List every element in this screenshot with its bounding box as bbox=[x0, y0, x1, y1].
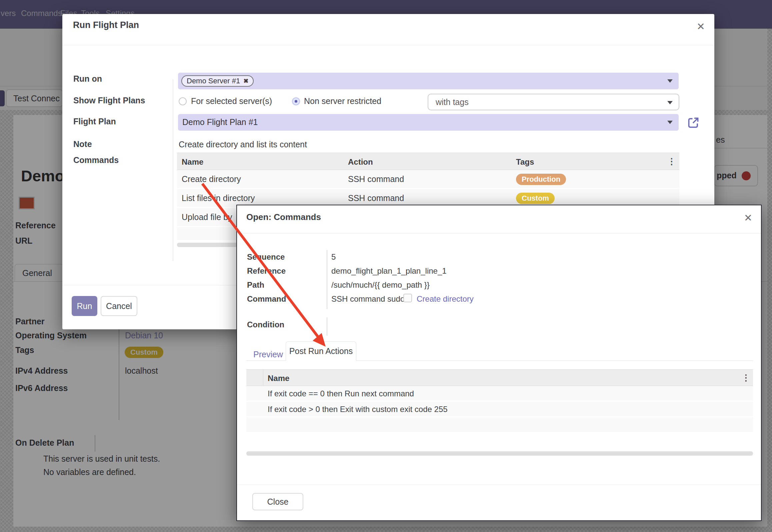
close-button[interactable]: Close bbox=[252, 493, 303, 510]
plan-table-header: Name Action Tags ⋮ bbox=[177, 153, 679, 170]
close-icon[interactable]: ✕ bbox=[744, 212, 752, 224]
condition-label: Condition bbox=[247, 320, 284, 329]
sequence-value: 5 bbox=[331, 252, 336, 262]
kebab-menu-icon[interactable]: ⋮ bbox=[742, 373, 750, 383]
cell-name: Upload file by bbox=[182, 212, 232, 222]
command-link[interactable]: Create directory bbox=[417, 294, 474, 304]
cell-action: SSH command bbox=[348, 174, 404, 184]
tab-post-run-actions[interactable]: Post Run Actions bbox=[286, 341, 356, 361]
run-on-input[interactable]: Demo Server #1 ✖ bbox=[178, 73, 679, 89]
reference-label: Reference bbox=[247, 266, 286, 276]
table-row-empty bbox=[246, 417, 753, 433]
reference-value: demo_flight_plan_1_plan_line_1 bbox=[331, 266, 447, 276]
cancel-button[interactable]: Cancel bbox=[101, 296, 137, 316]
kebab-menu-icon[interactable]: ⋮ bbox=[667, 156, 676, 167]
server-tag-pill[interactable]: Demo Server #1 ✖ bbox=[181, 75, 254, 87]
table-row[interactable]: If exit code == 0 then Run next command bbox=[246, 386, 753, 402]
field-divider bbox=[327, 250, 327, 309]
col-name: Name bbox=[182, 157, 203, 167]
close-icon[interactable]: ✕ bbox=[697, 21, 705, 32]
command-label: Command bbox=[247, 294, 286, 304]
modal-title: Run Flight Plan bbox=[73, 20, 139, 30]
cell-name: Create directory bbox=[182, 174, 241, 184]
label-column-divider bbox=[173, 79, 173, 261]
run-button[interactable]: Run bbox=[72, 296, 97, 316]
modal-header-divider bbox=[237, 233, 761, 233]
show-flight-plans-label: Show Flight Plans bbox=[73, 96, 145, 105]
external-link-icon[interactable] bbox=[687, 116, 700, 129]
command-checkbox[interactable] bbox=[403, 294, 412, 302]
run-on-label: Run on bbox=[73, 74, 102, 84]
actions-table-header: Name ⋮ bbox=[246, 369, 753, 386]
with-tags-value: with tags bbox=[436, 97, 469, 107]
cell-name: If exit code == 0 then Run next command bbox=[268, 389, 414, 398]
open-commands-modal: Open: Commands ✕ Sequence 5 Reference de… bbox=[236, 205, 762, 521]
flight-plan-value: Demo Flight Plan #1 bbox=[182, 117, 258, 127]
modal-title: Open: Commands bbox=[246, 212, 321, 222]
tag-badge: Production bbox=[516, 174, 566, 185]
sequence-label: Sequence bbox=[247, 252, 285, 262]
with-tags-select[interactable]: with tags bbox=[428, 94, 679, 110]
chevron-down-icon bbox=[667, 121, 673, 124]
command-value: SSH command sudo bbox=[331, 294, 405, 304]
col-action: Action bbox=[348, 157, 373, 167]
condition-divider bbox=[327, 317, 327, 336]
radio-non-restricted[interactable] bbox=[292, 97, 300, 105]
radio-non-restricted-label[interactable]: Non server restricted bbox=[304, 96, 381, 106]
col-tags: Tags bbox=[516, 157, 534, 167]
modal-footer-divider bbox=[237, 485, 761, 485]
cell-action: SSH command bbox=[348, 193, 404, 203]
cell-name: If exit code > 0 then Exit with custom e… bbox=[268, 405, 448, 414]
tag-badge: Custom bbox=[516, 193, 555, 204]
remove-tag-icon[interactable]: ✖ bbox=[243, 77, 248, 85]
path-value: /such/much/{{ demo_path }} bbox=[331, 280, 430, 290]
server-tag-label: Demo Server #1 bbox=[187, 77, 240, 85]
table-row[interactable]: Create directory SSH command Production bbox=[177, 170, 679, 189]
table-row[interactable]: If exit code > 0 then Exit with custom e… bbox=[246, 402, 753, 417]
horizontal-scrollbar[interactable] bbox=[246, 451, 753, 456]
commands-label: Commands bbox=[73, 155, 119, 165]
chevron-down-icon bbox=[667, 101, 673, 104]
flight-plan-label: Flight Plan bbox=[73, 117, 116, 126]
note-label: Note bbox=[73, 139, 92, 149]
cell-name: List files in directory bbox=[182, 193, 255, 203]
col-name: Name bbox=[268, 374, 289, 383]
radio-selected-servers[interactable] bbox=[179, 97, 187, 105]
tab-preview[interactable]: Preview bbox=[253, 350, 283, 359]
flight-plan-select[interactable]: Demo Flight Plan #1 bbox=[178, 114, 679, 131]
handle-column-divider bbox=[263, 370, 263, 386]
path-label: Path bbox=[247, 280, 264, 290]
chevron-down-icon bbox=[667, 79, 673, 83]
plan-description: Create directory and list its content bbox=[179, 140, 307, 149]
modal-header-divider bbox=[62, 45, 714, 45]
radio-selected-servers-label[interactable]: For selected server(s) bbox=[191, 96, 272, 106]
